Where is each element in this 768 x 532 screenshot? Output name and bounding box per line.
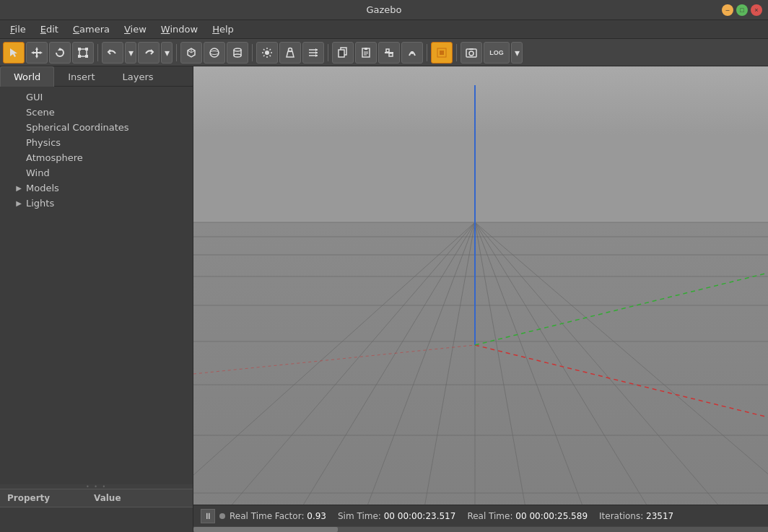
svg-marker-5 [31,51,34,54]
align-button[interactable] [378,42,400,64]
separator-2 [176,44,177,61]
undo-button[interactable] [102,42,123,64]
horizontal-scrollbar[interactable] [193,526,768,532]
svg-rect-9 [78,48,81,51]
menu-camera[interactable]: Camera [66,22,117,36]
svg-marker-36 [315,51,318,54]
svg-marker-6 [40,51,43,54]
scrollbar-thumb[interactable] [193,527,338,532]
svg-rect-54 [193,66,768,222]
tree-item-atmosphere[interactable]: Atmosphere [0,150,193,165]
status-indicator [219,513,225,519]
log-dropdown[interactable]: ▾ [511,42,523,64]
titlebar: Gazebo – □ × [0,0,768,20]
dir-light-button[interactable] [302,42,324,64]
redo-button[interactable] [138,42,160,64]
simtime-value: 00 00:00:23.517 [384,511,456,521]
select-button[interactable] [3,42,25,64]
left-panel: World Insert Layers GUI Scene Spherical … [0,66,193,532]
cylinder-button[interactable] [227,42,248,64]
tree-item-gui[interactable]: GUI [0,90,193,105]
sphere-button[interactable] [204,42,225,64]
tabs: World Insert Layers [0,66,193,87]
statusbar: ⏸ Real Time Factor: 0.93 Sim Time: 00 00… [193,505,768,526]
svg-rect-11 [78,55,81,58]
paste-button[interactable] [355,42,377,64]
point-light-button[interactable] [256,42,278,64]
iterations-label: Iterations: 23517 [599,511,673,521]
separator-5 [427,44,427,61]
pause-icon: ⏸ [204,511,212,521]
viewport-canvas[interactable] [193,66,768,505]
rotate-button[interactable] [49,42,71,64]
snap-button[interactable] [401,42,423,64]
box-button[interactable] [180,42,202,64]
separator-3 [252,44,253,61]
separator-6 [456,44,457,61]
svg-line-27 [263,49,265,51]
log-button[interactable]: LOG [484,42,510,64]
pause-button[interactable]: ⏸ [201,509,215,523]
svg-point-48 [411,51,414,54]
copy-button[interactable] [332,42,354,64]
svg-rect-41 [365,48,367,50]
maximize-button[interactable]: □ [736,4,748,16]
value-col-label: Value [87,489,128,507]
tree-item-models[interactable]: ▶ Models [0,180,193,196]
separator-1 [97,44,98,61]
viewport[interactable]: ⏸ Real Time Factor: 0.93 Sim Time: 00 00… [193,66,768,532]
tree-item-scene[interactable]: Scene [0,105,193,120]
iterations-value: 23517 [646,511,673,521]
redo-dropdown[interactable]: ▾ [161,42,173,64]
menubar: File Edit Camera View Window Help [0,20,768,39]
main-area: World Insert Layers GUI Scene Spherical … [0,66,768,532]
svg-rect-10 [85,48,88,51]
property-panel: Property Value [0,489,193,532]
tree-item-spherical-coordinates[interactable]: Spherical Coordinates [0,120,193,135]
menu-edit[interactable]: Edit [33,22,66,36]
minimize-button[interactable]: – [722,4,733,16]
tree-item-lights[interactable]: ▶ Lights [0,196,193,211]
lights-arrow-icon: ▶ [14,199,23,208]
3d-scene [193,66,768,505]
models-arrow-icon: ▶ [14,184,23,193]
property-header: Property Value [0,489,193,507]
svg-line-29 [270,49,271,51]
close-button[interactable]: × [751,4,762,16]
tab-layers[interactable]: Layers [109,66,167,87]
app-title: Gazebo [366,4,401,15]
property-col-label: Property [0,489,87,507]
svg-marker-37 [315,54,318,57]
svg-point-17 [210,51,219,54]
tab-insert[interactable]: Insert [54,66,108,87]
svg-rect-12 [85,55,88,58]
menu-help[interactable]: Help [205,22,241,36]
svg-point-21 [234,54,241,57]
translate-button[interactable] [26,42,48,64]
menu-file[interactable]: File [3,22,33,36]
tab-world[interactable]: World [0,66,54,87]
menu-view[interactable]: View [117,22,154,36]
svg-point-22 [265,51,269,55]
realtime-label: Real Time: 00 00:00:25.589 [467,511,588,521]
svg-marker-35 [315,48,318,51]
tree-view: GUI Scene Spherical Coordinates Physics … [0,87,193,484]
svg-rect-47 [389,53,393,56]
svg-line-30 [263,55,265,56]
tree-item-physics[interactable]: Physics [0,135,193,150]
realtime-value: 00 00:00:25.589 [515,511,588,521]
undo-dropdown[interactable]: ▾ [125,42,136,64]
svg-rect-53 [469,48,474,50]
svg-line-28 [270,55,271,56]
spot-light-button[interactable] [279,42,301,64]
window-controls: – □ × [722,4,762,16]
realtime-factor-label: Real Time Factor: 0.93 [230,511,326,521]
svg-rect-39 [339,50,344,57]
toolbar: ▾ ▾ [0,39,768,66]
tree-item-wind[interactable]: Wind [0,165,193,180]
shape-active-button[interactable] [431,42,453,64]
menu-window[interactable]: Window [154,22,205,36]
screenshot-button[interactable] [461,42,482,64]
svg-point-52 [469,51,474,56]
scale-button[interactable] [72,42,94,64]
